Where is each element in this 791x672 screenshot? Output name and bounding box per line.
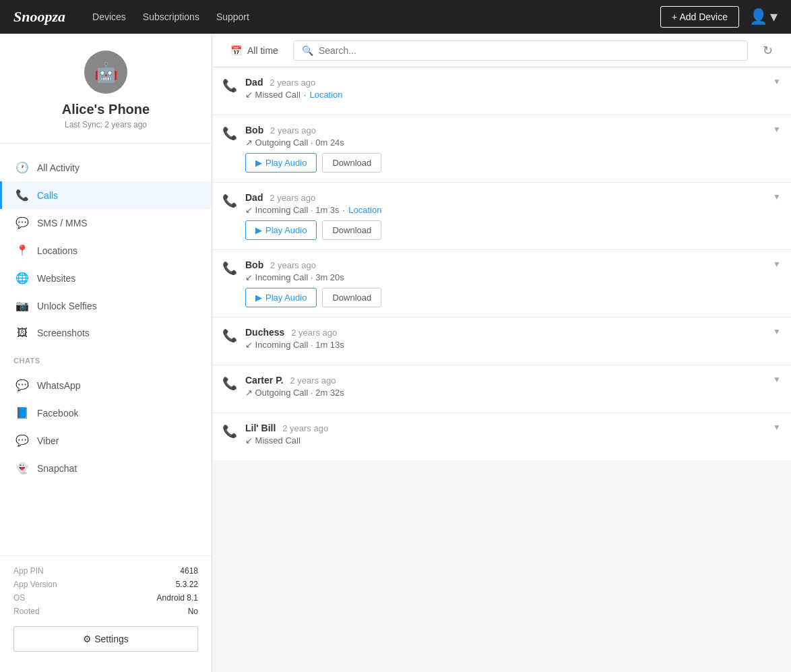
phone-call-icon: 📞 [222, 77, 237, 105]
app-pin-label: App PIN [13, 566, 44, 576]
header-right: + Add Device 👤 ▾ [660, 6, 778, 28]
call-chevron-icon[interactable]: ▼ [773, 375, 781, 384]
call-contact-name: Carter P. [245, 375, 284, 386]
call-contact-name: Dad [245, 77, 263, 88]
call-header: Dad 2 years ago ▼ [245, 77, 781, 88]
search-icon: 🔍 [302, 45, 313, 56]
call-time-ago: 2 years ago [270, 193, 315, 203]
location-link[interactable]: Location [348, 205, 381, 215]
settings-button[interactable]: ⚙ Settings [13, 626, 198, 652]
call-name-time: Bob 2 years ago [245, 259, 316, 270]
call-type-text: ↙ Incoming Call · 3m 20s [245, 272, 344, 282]
call-item: 📞 Carter P. 2 years ago ▼ ↗ Outgoing Cal… [212, 365, 791, 413]
play-audio-label: Play Audio [265, 158, 307, 168]
call-actions: ▶ Play Audio Download [245, 220, 781, 240]
image-icon: 🖼 [15, 327, 29, 339]
call-chevron-icon[interactable]: ▼ [773, 259, 781, 269]
call-chevron-icon[interactable]: ▼ [773, 125, 781, 134]
nav-subscriptions[interactable]: Subscriptions [143, 11, 199, 22]
call-detail: ↙ Missed Call [245, 435, 781, 446]
sidebar-item-locations[interactable]: 📍 Locations [0, 237, 212, 264]
call-detail: ↙ Incoming Call · 1m 13s [245, 340, 781, 350]
sidebar-item-label: Websites [37, 273, 75, 284]
nav-devices[interactable]: Devices [92, 11, 126, 22]
phone-call-icon: 📞 [222, 423, 237, 451]
os-value: Android 8.1 [157, 593, 198, 603]
os-row: OS Android 8.1 [13, 593, 198, 603]
search-input[interactable] [319, 45, 739, 56]
sidebar-item-snapchat[interactable]: 👻 Snapchat [0, 454, 212, 482]
play-audio-button[interactable]: ▶ Play Audio [245, 153, 317, 173]
phone-call-icon: 📞 [222, 192, 237, 240]
sidebar-item-all-activity[interactable]: 🕐 All Activity [0, 154, 212, 181]
play-audio-button[interactable]: ▶ Play Audio [245, 220, 317, 240]
time-filter-label: All time [247, 45, 278, 56]
nav-support[interactable]: Support [216, 11, 249, 22]
play-icon: ▶ [255, 293, 262, 303]
sidebar-item-screenshots[interactable]: 🖼 Screenshots [0, 319, 212, 346]
os-label: OS [13, 593, 25, 603]
sidebar-item-websites[interactable]: 🌐 Websites [0, 264, 212, 292]
call-chevron-icon[interactable]: ▼ [773, 327, 781, 336]
call-item: 📞 Duchess 2 years ago ▼ ↙ Incoming Call … [212, 317, 791, 365]
call-contact-name: Dad [245, 192, 263, 203]
call-body: Dad 2 years ago ▼ ↙ Missed Call · Locati… [245, 77, 781, 105]
content-area: 📅 All time 🔍 ↻ 📞 Dad 2 years ago ▼ [212, 34, 791, 672]
phone-call-icon: 📞 [222, 327, 237, 355]
add-device-button[interactable]: + Add Device [660, 6, 739, 28]
sidebar-item-label: Snapchat [37, 463, 77, 474]
main-nav-section: 🕐 All Activity 📞 Calls 💬 SMS / MMS 📍 Loc… [0, 150, 212, 350]
call-chevron-icon[interactable]: ▼ [773, 423, 781, 432]
call-type-text: ↙ Missed Call [245, 90, 300, 100]
call-body: Carter P. 2 years ago ▼ ↗ Outgoing Call … [245, 375, 781, 403]
play-icon: ▶ [255, 225, 262, 235]
sidebar-item-label: SMS / MMS [37, 218, 88, 228]
call-time-ago: 2 years ago [270, 78, 315, 88]
android-icon: 🤖 [94, 61, 118, 84]
call-chevron-icon[interactable]: ▼ [773, 77, 781, 86]
download-button[interactable]: Download [322, 153, 381, 173]
refresh-button[interactable]: ↻ [755, 38, 781, 63]
call-name-time: Duchess 2 years ago [245, 327, 337, 338]
call-detail: ↙ Missed Call · Location [245, 90, 781, 100]
call-detail: ↙ Incoming Call · 1m 3s · Location [245, 205, 781, 215]
download-button[interactable]: Download [322, 220, 381, 240]
call-body: Bob 2 years ago ▼ ↗ Outgoing Call · 0m 2… [245, 125, 781, 173]
phone-icon: 📞 [15, 189, 29, 202]
globe-icon: 🌐 [15, 272, 29, 284]
sidebar-item-label: WhatsApp [37, 380, 81, 391]
sidebar-item-viber[interactable]: 💬 Viber [0, 427, 212, 454]
user-menu[interactable]: 👤 ▾ [749, 8, 778, 26]
sidebar-item-facebook[interactable]: 📘 Facebook [0, 399, 212, 427]
sidebar-item-calls[interactable]: 📞 Calls [0, 181, 212, 209]
app-version-label: App Version [13, 580, 57, 589]
play-audio-button[interactable]: ▶ Play Audio [245, 288, 317, 307]
call-name-time: Dad 2 years ago [245, 192, 315, 203]
call-chevron-icon[interactable]: ▼ [773, 192, 781, 202]
sidebar-item-sms-mms[interactable]: 💬 SMS / MMS [0, 209, 212, 237]
sms-icon: 💬 [15, 216, 29, 229]
call-time-ago: 2 years ago [282, 423, 328, 433]
location-link[interactable]: Location [309, 90, 342, 100]
time-filter-button[interactable]: 📅 All time [222, 41, 286, 60]
call-detail: ↗ Outgoing Call · 2m 32s [245, 388, 781, 398]
call-contact-name: Bob [245, 259, 263, 270]
snapchat-icon: 👻 [15, 462, 29, 475]
call-type-text: ↙ Incoming Call · 1m 13s [245, 340, 344, 350]
user-chevron-icon: ▾ [770, 8, 778, 26]
call-body: Duchess 2 years ago ▼ ↙ Incoming Call · … [245, 327, 781, 355]
device-info: 🤖 Alice's Phone Last Sync: 2 years ago [0, 44, 212, 144]
sidebar-item-label: Viber [37, 435, 59, 446]
call-name-time: Bob 2 years ago [245, 125, 316, 135]
sidebar-item-whatsapp[interactable]: 💬 WhatsApp [0, 371, 212, 399]
sidebar-item-unlock-selfies[interactable]: 📷 Unlock Selfies [0, 292, 212, 319]
call-name-time: Lil' Bill 2 years ago [245, 423, 328, 433]
call-item: 📞 Dad 2 years ago ▼ ↙ Missed Call · Loca… [212, 67, 791, 115]
refresh-icon: ↻ [763, 44, 773, 57]
play-audio-label: Play Audio [265, 293, 307, 303]
call-actions: ▶ Play Audio Download [245, 153, 781, 173]
call-header: Duchess 2 years ago ▼ [245, 327, 781, 338]
calendar-icon: 📅 [230, 45, 242, 56]
download-button[interactable]: Download [322, 288, 381, 307]
play-audio-label: Play Audio [265, 225, 307, 235]
